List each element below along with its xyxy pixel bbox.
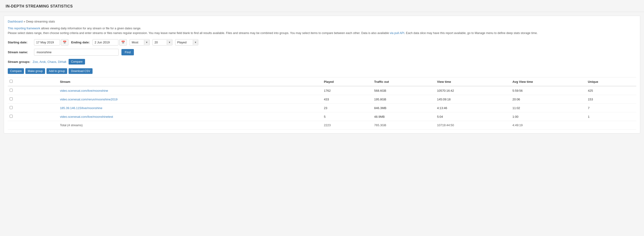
info-block: This reporting framework allows viewing … bbox=[8, 26, 636, 35]
row-checkbox-1[interactable] bbox=[10, 97, 13, 100]
row-stream-1: video.scenesat.com/rerun/moonshine2019 bbox=[58, 95, 322, 104]
row-avgview-0: 5:59:56 bbox=[510, 86, 586, 95]
info-line2-text: Please select dates range, then choose s… bbox=[8, 31, 390, 35]
starting-date-input[interactable] bbox=[34, 39, 60, 45]
row-checkbox-2[interactable] bbox=[10, 106, 13, 109]
group-chaos-link[interactable]: Chaos bbox=[48, 60, 56, 64]
sort-select-arrow-icon: ▼ bbox=[144, 40, 149, 45]
row-traffic-1: 195.8GB bbox=[372, 95, 435, 104]
row-stream-3: video.scenesat.com/live/moonshinetest bbox=[58, 112, 322, 121]
find-button[interactable]: Find bbox=[122, 49, 134, 55]
row-unique-1: 153 bbox=[586, 95, 636, 104]
row-traffic-3: 48.9MB bbox=[372, 112, 435, 121]
breadcrumb-separator: » bbox=[23, 20, 26, 23]
stream-groups-links: Zoo, Arok, Chaos, DiHalt bbox=[33, 60, 66, 64]
group-arok-link[interactable]: Arok bbox=[40, 60, 46, 64]
stream-name-input[interactable] bbox=[34, 49, 118, 56]
metric-select[interactable]: Played Traffic out View time Unique bbox=[176, 39, 193, 45]
group-dihalt-link[interactable]: DiHalt bbox=[58, 60, 66, 64]
stream-groups-row: Stream groups: Zoo, Arok, Chaos, DiHalt … bbox=[8, 59, 636, 64]
stream-name-row: Stream name: Find bbox=[8, 49, 636, 56]
page-title: IN-DEPTH STREAMING STATISTICS bbox=[6, 4, 638, 8]
metric-select-wrap: Played Traffic out View time Unique ▼ bbox=[175, 39, 198, 45]
info-line2-suffix: . Each data slice may have this report a… bbox=[404, 31, 538, 35]
reporting-framework-link[interactable]: This reporting framework bbox=[8, 27, 40, 30]
download-csv-button[interactable]: Download CSV bbox=[68, 68, 92, 74]
stream-name-label: Stream name: bbox=[8, 50, 31, 54]
row-played-2: 23 bbox=[322, 104, 372, 112]
stream-groups-label: Stream groups: bbox=[8, 60, 30, 64]
col-played-header: Played bbox=[322, 77, 372, 86]
row-unique-2: 7 bbox=[586, 104, 636, 112]
row-played-1: 433 bbox=[322, 95, 372, 104]
total-played: 2223 bbox=[322, 121, 372, 130]
count-select-arrow-icon: ▼ bbox=[167, 40, 172, 45]
ending-date-calendar-button[interactable]: 📅 bbox=[119, 39, 127, 45]
row-checkbox-cell bbox=[8, 104, 58, 112]
total-viewtime: 10719:44:50 bbox=[435, 121, 510, 130]
count-select-wrap: 20 50 100 ▼ bbox=[152, 39, 172, 45]
starting-date-label: Starting date: bbox=[8, 41, 31, 44]
count-select[interactable]: 20 50 100 bbox=[153, 39, 167, 45]
breadcrumb: Dashboard » Deep streaming stats bbox=[8, 20, 636, 23]
make-group-button[interactable]: Make group bbox=[25, 68, 45, 74]
metric-select-arrow-icon: ▼ bbox=[193, 40, 198, 45]
row-traffic-0: 568.6GB bbox=[372, 86, 435, 95]
row-viewtime-3: 5:04 bbox=[435, 112, 510, 121]
row-avgview-2: 11:02 bbox=[510, 104, 586, 112]
select-all-checkbox[interactable] bbox=[10, 80, 13, 83]
groups-compare-button[interactable]: Compare bbox=[68, 59, 85, 64]
col-unique-header: Unique bbox=[586, 77, 636, 86]
ending-date-wrap: 📅 bbox=[92, 39, 127, 45]
compare-button[interactable]: Compare bbox=[8, 68, 24, 74]
total-avgview: 4:49:19 bbox=[510, 121, 586, 130]
row-traffic-2: 846.3MB bbox=[372, 104, 435, 112]
group-zoo-link[interactable]: Zoo bbox=[33, 60, 38, 64]
table-row: video.scenesat.com/live/moonshinetest 5 … bbox=[8, 112, 636, 121]
col-select-all bbox=[8, 77, 58, 86]
filters-row: Starting date: 📅 Ending date: 📅 Most Lea… bbox=[8, 39, 636, 45]
col-avgview-header: Avg View time bbox=[510, 77, 586, 86]
pull-api-link[interactable]: via pull API bbox=[390, 31, 404, 35]
row-viewtime-0: 10570:16:42 bbox=[435, 86, 510, 95]
col-traffic-header: Traffic out bbox=[372, 77, 435, 86]
row-viewtime-2: 4:13:46 bbox=[435, 104, 510, 112]
row-avgview-3: 1:00 bbox=[510, 112, 586, 121]
total-label: Total (4 streams) bbox=[58, 121, 322, 130]
stream-link-0[interactable]: video.scenesat.com/live/moonshine bbox=[60, 89, 108, 92]
row-viewtime-1: 145:09:18 bbox=[435, 95, 510, 104]
col-stream-header: Stream bbox=[58, 77, 322, 86]
row-played-0: 1762 bbox=[322, 86, 372, 95]
sort-select[interactable]: Most Least bbox=[130, 39, 144, 45]
row-checkbox-cell bbox=[8, 86, 58, 95]
row-checkbox-0[interactable] bbox=[10, 89, 13, 92]
table-row: video.scenesat.com/live/moonshine 1762 5… bbox=[8, 86, 636, 95]
total-unique bbox=[586, 121, 636, 130]
ending-date-input[interactable] bbox=[92, 39, 118, 45]
table-row: 185.39.146.115/live/moonshine 23 846.3MB… bbox=[8, 104, 636, 112]
row-avgview-1: 20:06 bbox=[510, 95, 586, 104]
stream-link-1[interactable]: video.scenesat.com/rerun/moonshine2019 bbox=[60, 98, 118, 101]
row-checkbox-cell bbox=[8, 95, 58, 104]
stream-link-3[interactable]: video.scenesat.com/live/moonshinetest bbox=[60, 115, 113, 118]
starting-date-wrap: 📅 bbox=[34, 39, 68, 45]
add-to-group-button[interactable]: Add to group bbox=[46, 68, 68, 74]
ending-date-label: Ending date: bbox=[71, 41, 90, 44]
total-checkbox-cell bbox=[8, 121, 58, 130]
breadcrumb-dashboard-link[interactable]: Dashboard bbox=[8, 20, 23, 23]
starting-date-calendar-button[interactable]: 📅 bbox=[61, 39, 68, 45]
row-unique-3: 1 bbox=[586, 112, 636, 121]
sort-select-wrap: Most Least ▼ bbox=[130, 39, 150, 45]
main-content: Dashboard » Deep streaming stats This re… bbox=[4, 16, 640, 133]
row-checkbox-3[interactable] bbox=[10, 115, 13, 118]
action-buttons: Compare Make group Add to group Download… bbox=[8, 68, 636, 74]
row-stream-2: 185.39.146.115/live/moonshine bbox=[58, 104, 322, 112]
total-traffic: 765.3GB bbox=[372, 121, 435, 130]
stream-link-2[interactable]: 185.39.146.115/live/moonshine bbox=[60, 106, 102, 110]
row-played-3: 5 bbox=[322, 112, 372, 121]
page-header: IN-DEPTH STREAMING STATISTICS bbox=[0, 0, 644, 12]
stats-table: Stream Played Traffic out View time Avg … bbox=[8, 77, 636, 130]
table-header-row: Stream Played Traffic out View time Avg … bbox=[8, 77, 636, 86]
info-line1-suffix: allows viewing daily information for any… bbox=[40, 27, 141, 30]
row-unique-0: 425 bbox=[586, 86, 636, 95]
